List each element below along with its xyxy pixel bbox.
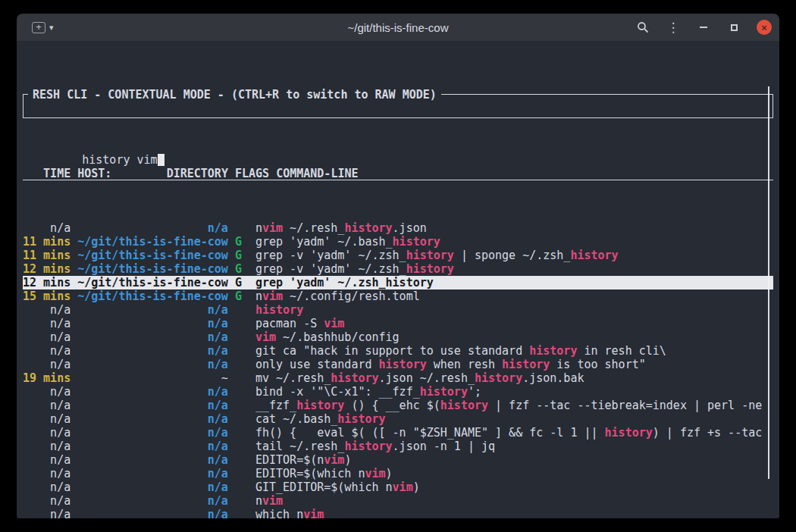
search-box[interactable]: RESH CLI - CONTEXTUAL MODE - (CTRL+R to … [23, 94, 773, 118]
search-icon[interactable] [635, 20, 650, 35]
history-row[interactable]: 11 mins~/git/this-is-fine-cowGgrep 'yadm… [23, 235, 773, 249]
history-row[interactable]: n/an/ahistory [23, 303, 773, 317]
search-input[interactable]: history vim [82, 153, 157, 167]
history-row[interactable]: n/an/apacman -S vim [23, 317, 773, 330]
history-row[interactable]: 12 mins~/git/this-is-fine-cowGgrep 'yadm… [23, 276, 773, 289]
history-row[interactable]: 15 mins~/git/this-is-fine-cowGnvim ~/.co… [23, 289, 773, 303]
menu-kebab-icon[interactable]: ⋮ [666, 20, 681, 35]
history-row[interactable]: 11 mins~/git/this-is-fine-cowGgrep -v 'y… [23, 249, 773, 262]
history-row[interactable]: n/an/aonly use standard history when res… [23, 358, 773, 371]
minimize-icon [700, 27, 707, 28]
new-tab-icon: + [32, 22, 45, 33]
scrollbar[interactable] [768, 86, 769, 479]
history-row[interactable]: n/an/anvim ~/.resh_history.json [23, 221, 773, 235]
close-button[interactable]: × [757, 20, 772, 35]
text-cursor [158, 154, 165, 166]
terminal-window: + ▾ ~/git/this-is-fine-cow ⋮ × [17, 14, 779, 518]
history-row[interactable]: n/an/aEDITOR=$(which nvim) [23, 467, 773, 480]
history-row[interactable]: n/an/abind -x '"\C-x1": __fzf_history'; [23, 385, 773, 399]
search-box-title: RESH CLI - CONTEXTUAL MODE - (CTRL+R to … [28, 88, 441, 102]
history-row[interactable]: n/an/a__fzf_history () { __ehc $(history… [23, 399, 773, 412]
history-row[interactable]: n/an/agit ca "hack in support to use sta… [23, 344, 773, 358]
chevron-down-icon[interactable]: ▾ [49, 23, 54, 33]
new-tab-button[interactable]: + ▾ [29, 20, 57, 35]
history-row[interactable]: 19 mins~mv ~/.resh_history.json ~/.resh_… [23, 371, 773, 385]
history-rows: n/an/anvim ~/.resh_history.json11 mins~/… [23, 221, 773, 518]
maximize-button[interactable] [726, 20, 741, 35]
history-row[interactable]: n/an/awhich nvim [23, 508, 773, 518]
history-row[interactable]: n/an/aEDITOR=$(nvim) [23, 453, 773, 467]
history-row[interactable]: n/an/aGIT_EDITOR=$(which nvim) [23, 480, 773, 494]
history-row[interactable]: n/an/anvim [23, 494, 773, 508]
history-row[interactable]: n/an/acat ~/.bash_history [23, 412, 773, 426]
minimize-button[interactable] [696, 20, 711, 35]
close-icon: × [761, 23, 767, 33]
titlebar: + ▾ ~/git/this-is-fine-cow ⋮ × [17, 14, 779, 41]
maximize-icon [731, 24, 738, 31]
terminal-content: RESH CLI - CONTEXTUAL MODE - (CTRL+R to … [17, 41, 779, 518]
history-row[interactable]: n/an/avim ~/.bashhub/config [23, 330, 773, 344]
history-row[interactable]: 12 mins~/git/this-is-fine-cowGgrep -v 'y… [23, 262, 773, 276]
history-row[interactable]: n/an/afh() { eval $( ([ -n "$ZSH_NAME" ]… [23, 426, 773, 440]
window-title: ~/git/this-is-fine-cow [348, 21, 449, 34]
history-row[interactable]: n/an/atail ~/.resh_history.json -n 1 | j… [23, 440, 773, 453]
